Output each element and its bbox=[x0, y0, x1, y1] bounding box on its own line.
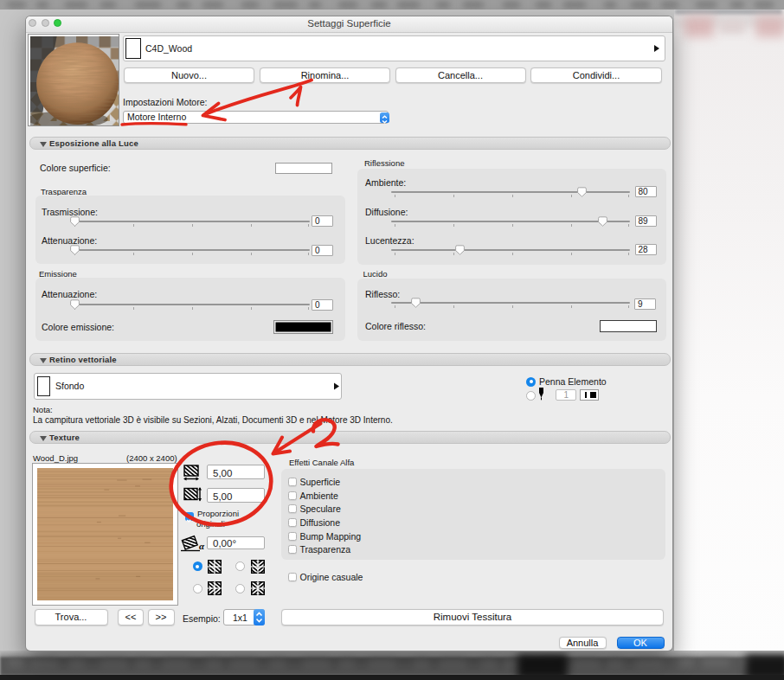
svg-text:α: α bbox=[199, 541, 205, 551]
